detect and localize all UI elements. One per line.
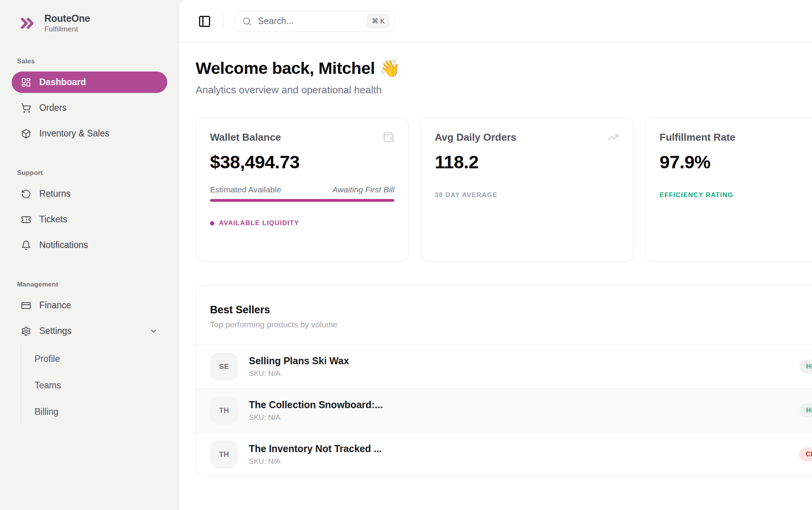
dashboard-content: Welcome back, Mitchel 👋 Analytics overvi… xyxy=(179,43,812,477)
wallet-progress-fill xyxy=(210,199,394,202)
sidebar-item-dashboard[interactable]: Dashboard xyxy=(12,72,167,93)
brand-text: RouteOne Fulfillment xyxy=(44,13,90,33)
wallet-progress-track xyxy=(210,199,394,202)
sales-nav: Dashboard Orders Inventory & Sales xyxy=(12,72,167,144)
page-title: Welcome back, Mitchel 👋 xyxy=(196,58,812,78)
product-info: The Collection Snowboard:... SKU: N/A xyxy=(249,399,383,422)
sidebar-item-orders[interactable]: Orders xyxy=(12,97,167,119)
card-head: Fulfillment Rate xyxy=(660,131,812,143)
avg-daily-orders-footer-label: 30 DAY AVERAGE xyxy=(435,191,497,199)
best-sellers-header: Best Sellers Top performing products by … xyxy=(196,285,812,344)
search-box[interactable]: ⌘ K xyxy=(235,11,394,32)
seller-row[interactable]: TH The Inventory Not Tracked ... SKU: N/… xyxy=(196,432,812,476)
card-title: Avg Daily Orders xyxy=(435,131,516,143)
settings-sub-list: Profile Teams Billing xyxy=(21,346,167,425)
card-head: Wallet Balance xyxy=(210,131,394,143)
sidebar-toggle-button[interactable] xyxy=(198,15,211,28)
dashboard-grid-icon xyxy=(21,77,31,87)
best-sellers-panel: Best Sellers Top performing products by … xyxy=(196,285,812,477)
sidebar-item-label: Inventory & Sales xyxy=(39,128,109,139)
product-name: The Collection Snowboard:... xyxy=(249,399,383,410)
sidebar-item-tickets[interactable]: Tickets xyxy=(12,209,167,230)
gear-icon xyxy=(21,326,31,336)
wallet-label-right: Awaiting First Bill xyxy=(332,185,395,194)
status-badge: HEALTHY xyxy=(800,403,812,417)
seller-row[interactable]: TH The Collection Snowboard:... SKU: N/A… xyxy=(196,388,812,432)
sidebar-item-label: Finance xyxy=(39,300,71,311)
card-head: Avg Daily Orders xyxy=(435,131,619,143)
wallet-icon xyxy=(383,131,394,143)
sidebar-item-returns[interactable]: Returns xyxy=(12,183,167,204)
product-avatar: SE xyxy=(210,353,238,381)
main-area: ⌘ K Welcome back, Mitchel 👋 Analytics ov… xyxy=(179,0,812,510)
sidebar-item-label: Orders xyxy=(39,103,66,113)
topbar: ⌘ K xyxy=(179,0,812,43)
sidebar-section-management: Management xyxy=(17,281,167,288)
wallet-footer: AVAILABLE LIQUIDITY xyxy=(210,219,299,227)
best-sellers-subtitle: Top performing products by volume xyxy=(210,320,812,329)
product-avatar: TH xyxy=(210,396,238,424)
seller-row[interactable]: SE Selling Plans Ski Wax SKU: N/A HEALTH… xyxy=(196,344,812,388)
search-shortcut-kbd: ⌘ K xyxy=(367,14,389,28)
product-sku: SKU: N/A xyxy=(249,413,383,422)
wave-emoji: 👋 xyxy=(379,59,400,77)
card-title: Fulfillment Rate xyxy=(660,131,735,143)
support-nav: Returns Tickets Notifications xyxy=(12,183,167,256)
sidebar-section-support: Support xyxy=(17,169,167,177)
product-sku: SKU: N/A xyxy=(249,369,349,378)
sidebar: RouteOne Fulfillment Sales Dashboard Ord… xyxy=(0,0,179,510)
sidebar-item-label: Returns xyxy=(39,189,71,199)
product-info: The Inventory Not Tracked ... SKU: N/A xyxy=(249,443,382,466)
sidebar-item-label: Tickets xyxy=(39,214,67,225)
rotate-ccw-icon xyxy=(21,189,31,199)
avg-daily-orders-footer: 30 DAY AVERAGE xyxy=(435,191,497,199)
sidebar-item-label: Dashboard xyxy=(39,77,86,87)
sidebar-subitem-teams[interactable]: Teams xyxy=(33,372,167,398)
wallet-labels: Estimated Available Awaiting First Bill xyxy=(210,185,394,194)
chevron-down-icon xyxy=(149,327,158,335)
management-nav: Finance Settings xyxy=(12,295,167,342)
sidebar-item-label: Settings xyxy=(39,326,72,336)
fulfillment-rate-value: 97.9% xyxy=(660,151,812,173)
brand-tagline: Fulfillment xyxy=(44,25,90,33)
sidebar-item-notifications[interactable]: Notifications xyxy=(12,234,167,256)
status-badge: HEALTHY xyxy=(800,360,812,374)
package-icon xyxy=(21,129,31,139)
brand-logo: RouteOne Fulfillment xyxy=(12,13,167,33)
fulfillment-rate-footer: EFFICIENCY RATING xyxy=(660,191,733,199)
product-name: The Inventory Not Tracked ... xyxy=(249,443,382,454)
bell-icon xyxy=(21,240,31,250)
card-title: Wallet Balance xyxy=(210,131,281,143)
search-icon xyxy=(242,17,252,26)
wallet-footer-label: AVAILABLE LIQUIDITY xyxy=(219,219,299,227)
brand-name: RouteOne xyxy=(44,13,90,24)
fulfillment-rate-card: Fulfillment Rate 97.9% EFFICIENCY RATING xyxy=(645,117,812,262)
welcome-text: Welcome back, Mitchel xyxy=(196,59,375,77)
ticket-icon xyxy=(21,215,31,225)
sidebar-subitem-profile[interactable]: Profile xyxy=(33,346,167,372)
avg-daily-orders-value: 118.2 xyxy=(435,151,619,173)
shopping-cart-icon xyxy=(21,103,31,113)
sidebar-section-sales: Sales xyxy=(17,58,167,65)
wallet-balance-card: Wallet Balance $38,494.73 Estimated Avai… xyxy=(196,117,409,262)
product-sku: SKU: N/A xyxy=(249,457,382,466)
sidebar-item-settings[interactable]: Settings xyxy=(12,320,167,342)
wallet-label-left: Estimated Available xyxy=(210,185,281,194)
stat-cards-row: Wallet Balance $38,494.73 Estimated Avai… xyxy=(196,117,812,262)
fulfillment-rate-footer-label: EFFICIENCY RATING xyxy=(660,191,733,199)
sidebar-subitem-billing[interactable]: Billing xyxy=(33,398,167,425)
sidebar-item-label: Notifications xyxy=(39,240,88,250)
topbar-divider xyxy=(223,14,223,29)
sidebar-item-finance[interactable]: Finance xyxy=(12,295,167,316)
liquidity-dot-icon xyxy=(210,221,214,225)
page-subtitle: Analytics overview and operational healt… xyxy=(196,84,812,96)
best-sellers-title: Best Sellers xyxy=(210,304,812,316)
credit-card-icon xyxy=(21,300,31,311)
sidebar-item-inventory-sales[interactable]: Inventory & Sales xyxy=(12,123,167,144)
trending-up-icon xyxy=(607,131,619,143)
chevrons-right-logo-icon xyxy=(17,13,37,33)
search-input[interactable] xyxy=(258,16,361,26)
product-avatar: TH xyxy=(210,440,238,468)
product-name: Selling Plans Ski Wax xyxy=(249,355,349,367)
status-badge: CRITICAL xyxy=(799,447,812,461)
